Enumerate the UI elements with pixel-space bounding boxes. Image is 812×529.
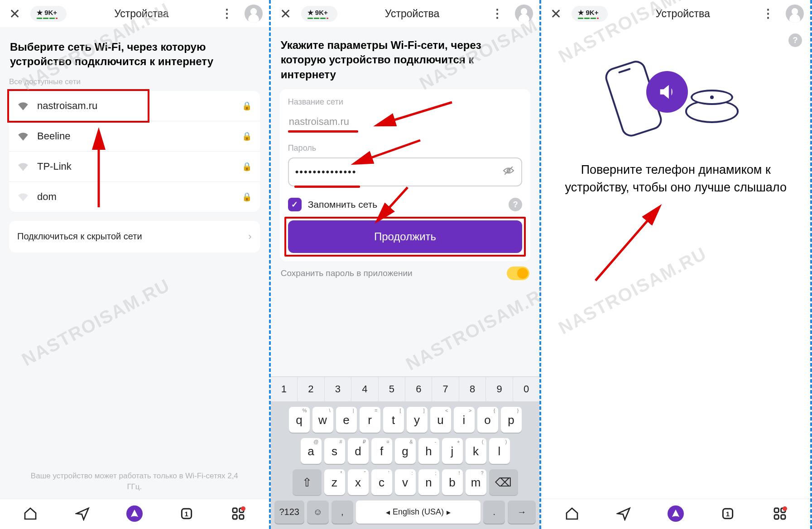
keyboard-row: ⇧ z*x"c'v:n;b!m? ⌫ [274, 467, 537, 498]
letter-key[interactable]: b! [442, 469, 463, 495]
letter-key[interactable]: a@ [301, 438, 322, 464]
letter-key[interactable]: m? [466, 469, 486, 495]
number-key[interactable]: 3 [325, 377, 351, 401]
letter-key[interactable]: d₽ [348, 438, 369, 464]
home-icon[interactable] [22, 505, 38, 522]
annotation-underline [288, 130, 358, 133]
save-password-label: Сохранить пароль в приложении [281, 268, 413, 278]
number-key[interactable]: 2 [298, 377, 324, 401]
svg-rect-18 [781, 515, 785, 519]
password-label: Пароль [288, 143, 523, 153]
ssid-input[interactable] [288, 111, 523, 130]
letter-key[interactable]: x" [348, 469, 369, 495]
annotation-underline [294, 186, 360, 188]
wifi-icon [17, 192, 29, 201]
letter-key[interactable]: t[ [383, 407, 404, 433]
rating-badge[interactable]: ★ 9K+ [30, 6, 67, 22]
rating-text: ★ 9K+ [37, 9, 57, 17]
emoji-key[interactable]: ☺ [307, 500, 329, 524]
connect-hidden-network[interactable]: Подключиться к скрытой сети › [9, 221, 260, 253]
lock-icon: 🔒 [242, 131, 252, 141]
apps-icon[interactable] [230, 505, 246, 522]
letter-key[interactable]: c' [371, 469, 392, 495]
letter-key[interactable]: l) [489, 438, 510, 464]
letter-key[interactable]: v: [395, 469, 416, 495]
letter-key[interactable]: y] [407, 407, 428, 433]
letter-key[interactable]: g& [395, 438, 416, 464]
lock-icon: 🔒 [242, 101, 252, 111]
alice-icon[interactable] [126, 505, 143, 522]
number-key[interactable]: 5 [379, 377, 405, 401]
send-icon[interactable] [615, 505, 632, 522]
avatar[interactable] [245, 5, 263, 23]
number-key[interactable]: 8 [459, 377, 486, 401]
avatar[interactable] [786, 5, 804, 23]
letter-key[interactable]: q% [289, 407, 310, 433]
letter-key[interactable]: r= [360, 407, 380, 433]
letter-key[interactable]: f¤ [371, 438, 392, 464]
apps-icon[interactable] [772, 505, 788, 522]
more-icon[interactable]: ⋮ [758, 7, 778, 21]
tabs-icon[interactable]: 1 [720, 505, 736, 522]
symbols-key[interactable]: ?123 [274, 500, 304, 524]
tabs-icon[interactable]: 1 [178, 505, 195, 522]
number-key[interactable]: 4 [351, 377, 378, 401]
letter-key[interactable]: n; [418, 469, 439, 495]
number-key[interactable]: 1 [271, 377, 298, 401]
top-bar: ✕ ★ 9K+ Устройства ⋮ [271, 0, 540, 27]
svg-rect-5 [233, 515, 237, 519]
rating-badge[interactable]: ★ 9K+ [572, 6, 608, 22]
close-icon[interactable]: ✕ [6, 6, 23, 22]
alice-icon[interactable] [668, 505, 684, 522]
network-name: Beeline [37, 130, 242, 142]
number-key[interactable]: 0 [513, 377, 539, 401]
enter-key[interactable]: → [508, 500, 536, 524]
save-password-row: Сохранить пароль в приложении [280, 261, 531, 280]
space-key[interactable]: ◂ English (USA) ▸ [356, 500, 481, 524]
send-icon[interactable] [74, 505, 91, 522]
home-icon[interactable] [564, 505, 580, 522]
eye-off-icon[interactable] [502, 166, 515, 178]
help-icon[interactable]: ? [788, 33, 802, 47]
network-item[interactable]: TP-Link 🔒 [9, 152, 260, 182]
more-icon[interactable]: ⋮ [216, 7, 237, 21]
save-password-toggle[interactable] [507, 267, 529, 280]
chevron-right-icon: › [248, 231, 251, 243]
number-key[interactable]: 9 [486, 377, 513, 401]
letter-key[interactable]: j+ [442, 438, 463, 464]
network-item[interactable]: Beeline 🔒 [9, 121, 260, 152]
number-key[interactable]: 7 [432, 377, 459, 401]
instruction-text: Поверните телефон динамиком к устройству… [550, 161, 801, 196]
illustration [613, 59, 739, 138]
wifi-icon [17, 162, 29, 171]
comma-key[interactable]: , [332, 500, 353, 524]
letter-key[interactable]: z* [324, 469, 345, 495]
letter-key[interactable]: w\ [312, 407, 333, 433]
letter-key[interactable]: k( [466, 438, 486, 464]
more-icon[interactable]: ⋮ [487, 7, 508, 21]
letter-key[interactable]: i> [454, 407, 475, 433]
letter-key[interactable]: u< [430, 407, 451, 433]
speaker-icon [646, 71, 688, 113]
close-icon[interactable]: ✕ [277, 6, 294, 22]
remember-checkbox[interactable]: ✓ [288, 198, 302, 211]
rating-badge[interactable]: ★ 9K+ [301, 6, 337, 22]
keyboard-number-row: 1234567890 [271, 376, 540, 401]
shift-key[interactable]: ⇧ [293, 469, 322, 495]
letter-key[interactable]: p} [501, 407, 522, 433]
letter-key[interactable]: s# [324, 438, 345, 464]
letter-key[interactable]: e| [336, 407, 357, 433]
dot-key[interactable]: . [483, 500, 505, 524]
password-input[interactable]: •••••••••••••• [288, 157, 523, 186]
continue-button[interactable]: Продолжить [288, 220, 523, 253]
network-item[interactable]: nastroisam.ru 🔒 [9, 91, 260, 121]
letter-key[interactable]: o{ [477, 407, 498, 433]
station-illustration [685, 90, 739, 123]
close-icon[interactable]: ✕ [548, 6, 564, 22]
backspace-key[interactable]: ⌫ [489, 469, 518, 495]
network-item[interactable]: dom 🔒 [9, 182, 260, 212]
help-icon[interactable]: ? [509, 198, 522, 211]
wifi-form: Название сети Пароль •••••••••••••• ✓ За… [280, 89, 531, 261]
letter-key[interactable]: h- [418, 438, 439, 464]
number-key[interactable]: 6 [405, 377, 432, 401]
